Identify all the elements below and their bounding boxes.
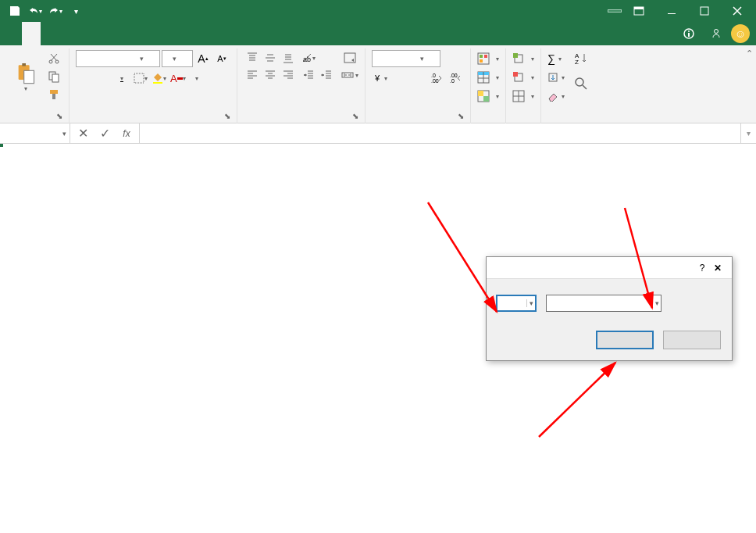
share-button[interactable] (711, 28, 725, 39)
tab-powerpivot[interactable] (228, 22, 247, 45)
name-box[interactable]: ▾ (0, 123, 70, 143)
tab-page-layout[interactable] (59, 22, 78, 45)
dialog-close[interactable]: ✕ (710, 263, 726, 274)
tab-team[interactable] (247, 22, 266, 45)
feedback-icon[interactable]: ☺ (731, 24, 750, 43)
collapse-ribbon[interactable]: ⌃ (746, 48, 753, 59)
format-table[interactable]: ▾ (477, 69, 499, 86)
svg-point-45 (576, 78, 583, 86)
align-top[interactable] (244, 50, 261, 66)
dialog-help[interactable]: ? (694, 263, 710, 274)
formula-expand[interactable]: ▾ (740, 123, 756, 143)
svg-point-5 (688, 30, 690, 32)
align-bottom[interactable] (280, 50, 297, 66)
qat-redo[interactable]: ▾ (47, 2, 64, 20)
ok-button[interactable] (596, 331, 654, 349)
find-select[interactable] (572, 75, 596, 98)
tab-view[interactable] (134, 22, 153, 45)
orientation[interactable]: ab▾ (300, 50, 317, 66)
align-middle[interactable] (262, 50, 279, 66)
close-button[interactable] (722, 0, 753, 22)
underline-button[interactable]: ▾ (113, 70, 130, 87)
insert-cells[interactable]: ▾ (512, 50, 534, 67)
increase-decimal[interactable]: .0.00 (428, 70, 445, 87)
tab-help[interactable] (172, 22, 191, 45)
qat-customize[interactable]: ▾ (67, 2, 84, 20)
group-alignment: ab▾ ▾ ⬊ (237, 48, 366, 123)
svg-text:.00: .00 (450, 73, 458, 78)
phonetic-button[interactable]: ▾ (188, 70, 205, 87)
tab-data[interactable] (97, 22, 116, 45)
tab-review[interactable] (116, 22, 134, 45)
decrease-decimal[interactable]: .00.0 (447, 70, 464, 87)
tab-pdftools[interactable] (209, 22, 228, 45)
cut-button[interactable] (45, 50, 62, 67)
align-center[interactable] (262, 67, 279, 83)
tab-loadtest[interactable] (191, 22, 209, 45)
svg-rect-17 (134, 73, 144, 83)
delete-cells[interactable]: ▾ (512, 69, 534, 86)
number-format-select[interactable]: ▾ (372, 50, 440, 67)
clipboard-launcher[interactable]: ⬊ (56, 112, 62, 120)
percent-button[interactable] (390, 70, 408, 87)
comma-button[interactable] (409, 70, 426, 87)
currency-button[interactable]: ¥▾ (372, 70, 389, 87)
ribbon-display-options[interactable] (623, 0, 654, 22)
decrease-indent[interactable] (300, 67, 317, 83)
sort-filter[interactable]: AZ (572, 50, 596, 73)
cancel-button[interactable] (663, 331, 721, 349)
autosum[interactable]: ∑▾ (547, 50, 565, 67)
increase-indent[interactable] (318, 67, 335, 83)
duplicate-values-dialog: ? ✕ ▾ ▾ (486, 256, 733, 361)
clear-button[interactable]: ▾ (547, 88, 565, 105)
svg-rect-18 (153, 82, 162, 84)
font-color[interactable]: A▾ (169, 70, 187, 87)
increase-font[interactable]: A▴ (194, 50, 212, 67)
format-style-select[interactable]: ▾ (546, 295, 662, 312)
maximize-button[interactable] (689, 0, 720, 22)
svg-line-48 (539, 363, 615, 437)
border-button[interactable]: ▾ (132, 70, 149, 87)
align-left[interactable] (244, 67, 261, 83)
font-launcher[interactable]: ⬊ (224, 112, 230, 120)
copy-button[interactable] (45, 68, 62, 85)
cell-styles[interactable]: ▾ (477, 88, 499, 105)
formula-bar: ▾ ✕ ✓ fx ▾ (0, 123, 756, 144)
fb-cancel[interactable]: ✕ (73, 126, 92, 141)
group-cells: ▾ ▾ ▾ (506, 48, 541, 123)
group-number: ▾ ¥▾ .0.00 .00.0 ⬊ (366, 48, 471, 123)
minimize-button[interactable] (656, 0, 687, 22)
italic-button[interactable] (94, 70, 112, 87)
svg-rect-38 (513, 53, 518, 58)
number-launcher[interactable]: ⬊ (458, 112, 464, 120)
tab-developer[interactable] (153, 22, 172, 45)
tab-file[interactable] (3, 22, 22, 45)
tab-home[interactable] (22, 22, 41, 45)
fb-enter[interactable]: ✓ (95, 126, 114, 141)
qat-save[interactable] (6, 2, 23, 20)
tab-insert[interactable] (41, 22, 59, 45)
align-launcher[interactable]: ⬊ (352, 112, 358, 120)
fill-button[interactable]: ▾ (547, 69, 565, 86)
bold-button[interactable] (76, 70, 93, 87)
paste-button[interactable]: ▾ (9, 50, 42, 105)
duplicate-type-select[interactable]: ▾ (496, 295, 537, 312)
decrease-font[interactable]: A▾ (213, 50, 230, 67)
conditional-format[interactable]: ▾ (477, 50, 499, 67)
svg-point-11 (49, 60, 52, 63)
qat-undo[interactable]: ▾ (27, 2, 44, 20)
format-painter[interactable] (45, 86, 62, 103)
font-name-select[interactable]: ▾ (76, 50, 160, 67)
font-size-select[interactable]: ▾ (162, 50, 193, 67)
align-right[interactable] (280, 67, 297, 83)
login-button[interactable] (608, 9, 622, 13)
formula-input[interactable] (140, 123, 740, 143)
merge-center[interactable]: ▾ (341, 67, 358, 83)
wrap-text[interactable] (341, 50, 358, 66)
tab-formulas[interactable] (78, 22, 97, 45)
fill-color[interactable]: ▾ (151, 70, 168, 87)
tellme-icon[interactable] (679, 24, 698, 43)
format-cells[interactable]: ▾ (512, 88, 534, 105)
group-font: ▾ ▾ A▴ A▾ ▾ ▾ ▾ A▾ ▾ ⬊ (70, 48, 237, 123)
fx-button[interactable]: fx (117, 126, 136, 141)
